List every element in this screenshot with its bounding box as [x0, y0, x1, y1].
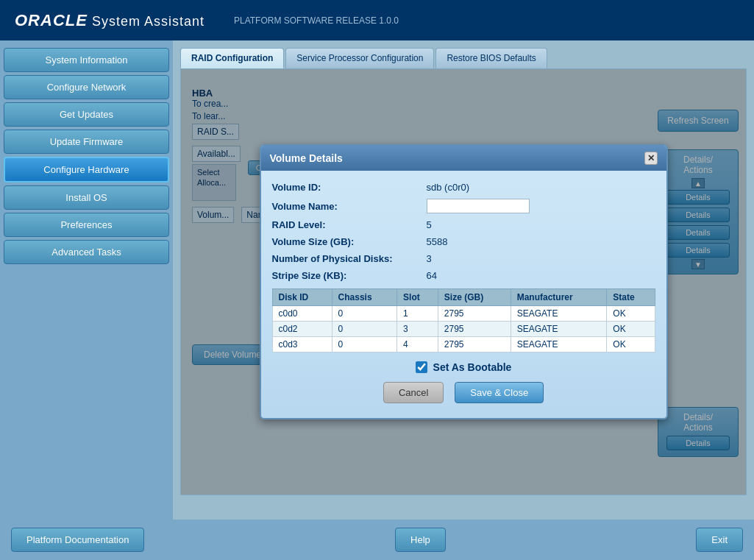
modal-title: Volume Details: [270, 152, 343, 164]
cell-size-1: 2795: [438, 322, 511, 337]
tab-service-processor[interactable]: Service Processor Configuration: [285, 48, 434, 68]
cell-state-1: OK: [607, 322, 655, 337]
cell-slot-1: 3: [397, 322, 438, 337]
volume-id-value: sdb (c0r0): [427, 182, 470, 193]
stripe-size-row: Stripe Size (KB): 64: [272, 270, 655, 281]
cell-disk_id-0: c0d0: [272, 306, 332, 322]
disk-table: Disk ID Chassis Slot Size (GB) Manufactu…: [272, 288, 655, 352]
sidebar-item-preferences[interactable]: Preferences: [4, 213, 169, 237]
cell-size-0: 2795: [438, 306, 511, 322]
sidebar-item-install-os[interactable]: Install OS: [4, 185, 169, 210]
cell-chassis-1: 0: [332, 322, 397, 337]
volume-size-value: 5588: [427, 236, 448, 247]
table-row: c0d2032795SEAGATEOK: [272, 322, 655, 337]
volume-details-modal: Volume Details ✕ Volume ID: sdb (c0r0) V…: [260, 144, 668, 419]
cell-chassis-2: 0: [332, 337, 397, 352]
sidebar-item-get-updates[interactable]: Get Updates: [4, 102, 169, 127]
tab-restore-bios[interactable]: Restore BIOS Defaults: [435, 48, 547, 68]
tab-bar: RAID Configuration Service Processor Con…: [180, 48, 747, 68]
cancel-button[interactable]: Cancel: [383, 382, 444, 403]
platform-release: PLATFORM SOFTWARE RELEASE 1.0.0: [234, 15, 399, 26]
modal-header: Volume Details ✕: [261, 146, 666, 171]
sidebar-item-configure-hardware[interactable]: Configure Hardware: [4, 157, 169, 182]
cell-manufacturer-2: SEAGATE: [511, 337, 607, 352]
modal-close-button[interactable]: ✕: [644, 152, 658, 165]
volume-id-label: Volume ID:: [272, 182, 427, 193]
col-slot: Slot: [397, 289, 438, 306]
raid-level-value: 5: [427, 219, 432, 230]
system-assistant-text: System Assistant: [88, 14, 204, 29]
sidebar-item-configure-network[interactable]: Configure Network: [4, 75, 169, 99]
cell-disk_id-2: c0d3: [272, 337, 332, 352]
col-state: State: [607, 289, 655, 306]
volume-name-input[interactable]: [427, 199, 530, 213]
raid-level-row: RAID Level: 5: [272, 219, 655, 230]
sidebar-item-system-info[interactable]: System Information: [4, 48, 169, 72]
bootable-label: Set As Bootable: [433, 361, 512, 373]
num-disks-row: Number of Physical Disks: 3: [272, 253, 655, 264]
cell-size-2: 2795: [438, 337, 511, 352]
volume-size-label: Volume Size (GB):: [272, 236, 427, 247]
sidebar-item-update-firmware[interactable]: Update Firmware: [4, 130, 169, 154]
table-row: c0d3042795SEAGATEOK: [272, 337, 655, 352]
exit-button[interactable]: Exit: [696, 528, 743, 552]
cell-slot-0: 1: [397, 306, 438, 322]
cell-manufacturer-0: SEAGATE: [511, 306, 607, 322]
save-close-button[interactable]: Save & Close: [455, 382, 544, 403]
cell-slot-2: 4: [397, 337, 438, 352]
col-disk-id: Disk ID: [272, 289, 332, 306]
bootable-checkbox[interactable]: [416, 361, 427, 373]
volume-id-row: Volume ID: sdb (c0r0): [272, 182, 655, 193]
stripe-size-label: Stripe Size (KB):: [272, 270, 427, 281]
main-panel: HBA To crea... To lear... RAID S... Avai…: [180, 68, 747, 495]
volume-size-row: Volume Size (GB): 5588: [272, 236, 655, 247]
header: ORACLE System Assistant PLATFORM SOFTWAR…: [0, 0, 754, 40]
raid-level-label: RAID Level:: [272, 219, 427, 230]
oracle-logo: ORACLE System Assistant: [15, 11, 204, 30]
content-area: RAID Configuration Service Processor Con…: [173, 40, 754, 560]
platform-docs-button[interactable]: Platform Documentation: [11, 528, 144, 552]
table-row: c0d0012795SEAGATEOK: [272, 306, 655, 322]
num-disks-value: 3: [427, 253, 432, 264]
sidebar: System Information Configure Network Get…: [0, 40, 173, 560]
num-disks-label: Number of Physical Disks:: [272, 253, 427, 264]
col-size: Size (GB): [438, 289, 511, 306]
cell-state-0: OK: [607, 306, 655, 322]
cell-manufacturer-1: SEAGATE: [511, 322, 607, 337]
col-chassis: Chassis: [332, 289, 397, 306]
modal-overlay: Volume Details ✕ Volume ID: sdb (c0r0) V…: [181, 69, 746, 495]
main-layout: System Information Configure Network Get…: [0, 40, 754, 560]
bootable-row: Set As Bootable: [272, 361, 655, 373]
footer: Platform Documentation Help Exit: [0, 520, 754, 560]
volume-name-row: Volume Name:: [272, 199, 655, 213]
cell-state-2: OK: [607, 337, 655, 352]
modal-buttons: Cancel Save & Close: [272, 382, 655, 407]
cell-chassis-0: 0: [332, 306, 397, 322]
tab-raid-configuration[interactable]: RAID Configuration: [180, 48, 284, 68]
sidebar-item-advanced-tasks[interactable]: Advanced Tasks: [4, 240, 169, 264]
col-manufacturer: Manufacturer: [511, 289, 607, 306]
cell-disk_id-1: c0d2: [272, 322, 332, 337]
modal-body: Volume ID: sdb (c0r0) Volume Name: RAID …: [261, 171, 666, 418]
volume-name-label: Volume Name:: [272, 201, 427, 212]
oracle-text: ORACLE: [15, 11, 88, 29]
help-button[interactable]: Help: [395, 528, 446, 552]
stripe-size-value: 64: [427, 270, 437, 281]
